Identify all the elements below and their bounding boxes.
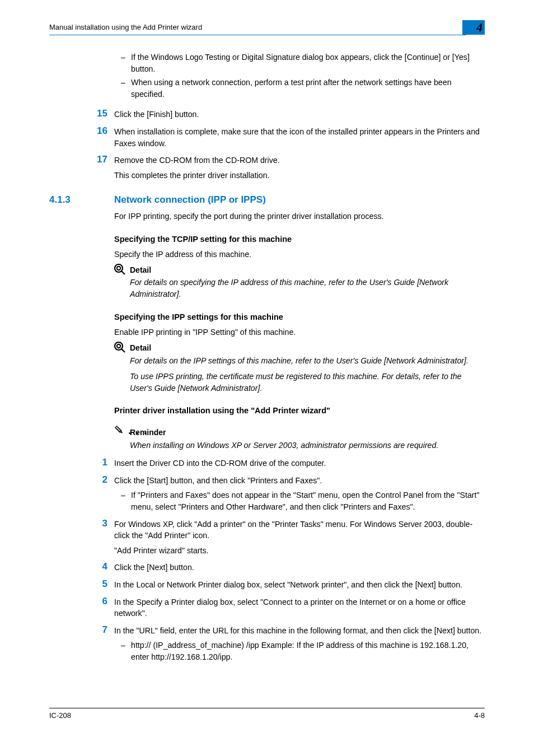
svg-point-1 [117, 267, 120, 270]
sub-item-text: http:// (IP_address_of_machine) /ipp Exa… [131, 641, 469, 661]
chapter-number-badge: 4 [462, 20, 485, 35]
section-number: 4.1.3 [49, 193, 71, 207]
footer-right: 4-8 [474, 711, 485, 721]
running-header: Manual installation using the Add Printe… [49, 22, 466, 35]
step-number: 5 [91, 577, 107, 591]
step-17: 17 Remove the CD-ROM from the CD-ROM dri… [114, 155, 485, 181]
svg-point-3 [115, 342, 123, 350]
step-text: Click the [Finish] button. [114, 109, 485, 120]
step-text: In the Local or Network Printer dialog b… [114, 579, 485, 591]
section-title-text: Network connection (IPP or IPPS) [114, 194, 266, 205]
subheading: Specifying the IPP settings for this mac… [114, 311, 485, 323]
step-follow-text: "Add Printer wizard" starts. [114, 545, 485, 557]
step-text: When installation is complete, make sure… [114, 126, 485, 149]
step-text: Click the [Next] button. [114, 562, 485, 573]
paragraph: Specify the IP address of this machine. [114, 249, 485, 260]
step-number: 2 [91, 473, 107, 487]
step-1: 1 Insert the Driver CD into the CD-ROM d… [114, 458, 485, 469]
step-text: Click the [Start] button, and then click… [114, 475, 485, 487]
step-number: 4 [91, 560, 107, 574]
list-item: If "Printers and Faxes" does not appear … [114, 489, 485, 512]
step-16: 16 When installation is complete, make s… [114, 126, 485, 149]
page: Manual installation using the Add Printe… [0, 0, 534, 756]
step-number: 3 [91, 517, 107, 531]
detail-text: For details on specifying the IP address… [130, 277, 485, 300]
step-7: 7 In the "URL" field, enter the URL for … [114, 625, 485, 663]
step-number: 17 [91, 153, 107, 167]
subheading: Specifying the TCP/IP setting for this m… [114, 234, 485, 245]
step-text: Insert the Driver CD into the CD-ROM dri… [114, 458, 485, 469]
magnifier-icon [113, 262, 127, 277]
chapter-number: 4 [476, 20, 483, 34]
step-text: For Windows XP, click "Add a printer" on… [114, 519, 485, 542]
step-15: 15 Click the [Finish] button. [114, 109, 485, 120]
step-number: 7 [91, 623, 107, 637]
step-number: 15 [91, 107, 107, 121]
reminder-callout: . . . Reminder When installing on Window… [114, 427, 485, 451]
sub-item-text: If the Windows Logo Testing or Digital S… [131, 53, 470, 73]
svg-point-4 [117, 344, 120, 348]
sub-item-text: If "Printers and Faxes" does not appear … [131, 491, 479, 511]
step-text: Remove the CD-ROM from the CD-ROM drive. [114, 155, 485, 166]
pencil-icon [113, 423, 126, 437]
ellipsis-icon: . . . [128, 423, 148, 438]
svg-line-2 [121, 271, 125, 274]
magnifier-icon [113, 340, 127, 354]
step-number: 6 [91, 595, 107, 609]
detail-text: To use IPPS printing, the certificate mu… [130, 371, 485, 394]
section-intro: For IPP printing, specify the port durin… [114, 211, 485, 222]
step-4: 4 Click the [Next] button. [114, 562, 485, 573]
footer-left: IC-208 [49, 711, 71, 721]
step-follow-text: This completes the printer driver instal… [114, 170, 485, 181]
step-text: In the Specify a Printer dialog box, sel… [114, 596, 485, 619]
step-number: 16 [91, 124, 107, 138]
detail-callout: Detail For details on the IPP settings o… [114, 342, 485, 394]
page-footer: IC-208 4-8 [49, 708, 485, 721]
detail-label: Detail [130, 342, 485, 353]
list-item: http:// (IP_address_of_machine) /ipp Exa… [114, 640, 485, 662]
reminder-label: Reminder [130, 427, 485, 438]
list-item: If the Windows Logo Testing or Digital S… [114, 52, 485, 74]
svg-line-5 [121, 349, 125, 352]
subheading: Printer driver installation using the "A… [114, 405, 485, 417]
detail-text: For details on the IPP settings of this … [130, 355, 485, 367]
step-text: In the "URL" field, enter the URL for th… [114, 625, 485, 637]
section-heading: 4.1.3 Network connection (IPP or IPPS) [114, 193, 485, 207]
sub-item-text: When using a network connection, perform… [131, 78, 452, 99]
step-3: 3 For Windows XP, click "Add a printer" … [114, 519, 485, 557]
svg-marker-7 [120, 431, 123, 434]
detail-callout: Detail For details on specifying the IP … [114, 264, 485, 300]
running-header-title: Manual installation using the Add Printe… [49, 22, 202, 33]
list-item: When using a network connection, perform… [114, 77, 485, 100]
svg-point-0 [115, 264, 123, 272]
detail-label: Detail [130, 264, 485, 276]
step-number: 1 [91, 456, 107, 470]
step-5: 5 In the Local or Network Printer dialog… [114, 579, 485, 591]
step-2: 2 Click the [Start] button, and then cli… [114, 475, 485, 513]
paragraph: Enable IPP printing in "IPP Setting" of … [114, 326, 485, 338]
step-6: 6 In the Specify a Printer dialog box, s… [114, 596, 485, 619]
reminder-text: When installing on Windows XP or Server … [130, 440, 485, 451]
